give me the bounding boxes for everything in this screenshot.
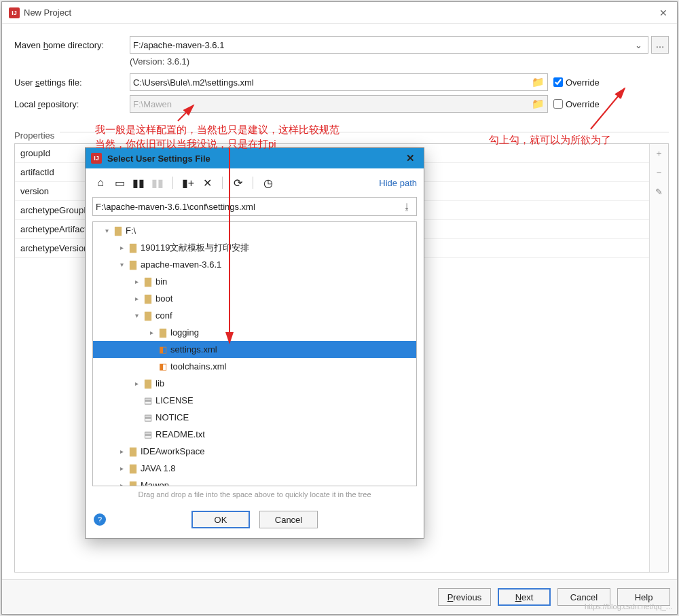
tree-node[interactable]: ▤LICENSE — [93, 392, 416, 409]
property-key: archetypeVersion — [15, 243, 90, 253]
tree-node-label: LICENSE — [154, 395, 194, 405]
folder-icon: ▇ — [142, 293, 154, 304]
local-repo-input — [133, 99, 532, 109]
folder-icon[interactable]: 📁 — [532, 98, 545, 110]
properties-toolbar: ＋ − ✎ — [649, 144, 668, 572]
tree-node[interactable]: ▾▇F:\ — [93, 222, 416, 239]
tree-node[interactable]: ▸▇bin — [93, 273, 416, 290]
add-icon[interactable]: ＋ — [650, 144, 669, 163]
help-icon[interactable]: ? — [94, 513, 106, 526]
tree-node[interactable]: ▤NOTICE — [93, 409, 416, 426]
chevron-icon[interactable]: ▸ — [116, 482, 127, 486]
history-icon[interactable]: ⭳ — [400, 202, 414, 212]
divider — [60, 132, 669, 132]
refresh-icon[interactable]: ⟳ — [230, 175, 246, 191]
dialog-buttons: ? OK Cancel — [86, 505, 424, 538]
path-input[interactable] — [96, 202, 400, 212]
bottom-button-bar: Previous Next Cancel Help — [2, 579, 677, 614]
dialog-close-icon[interactable]: ✕ — [402, 152, 418, 164]
window-title: New Project — [24, 7, 653, 18]
chevron-icon[interactable]: ▾ — [101, 227, 112, 234]
tree-node[interactable]: ▾▇apache-maven-3.6.1 — [93, 256, 416, 273]
local-repo-label: Local repository: — [14, 99, 130, 109]
folder-icon: ▇ — [157, 327, 169, 338]
property-key: archetypeGroupId — [15, 205, 90, 215]
maven-home-input[interactable] — [133, 40, 632, 50]
chevron-icon[interactable]: ▸ — [131, 295, 142, 302]
previous-button[interactable]: Previous — [438, 588, 491, 606]
dropdown-icon[interactable]: ⌄ — [632, 40, 645, 50]
tree-node[interactable]: ▤README.txt — [93, 426, 416, 443]
dialog-toolbar: ⌂ ▭ ▮▮ ▮▮ ▮+ ✕ ⟳ ◷ Hide path — [86, 168, 424, 197]
property-key: archetypeArtifactId — [15, 224, 90, 234]
file-icon: ▤ — [142, 412, 154, 422]
tree-node-label: conf — [154, 310, 172, 321]
xml-icon: ◧ — [157, 344, 169, 355]
new-folder-icon[interactable]: ▮+ — [180, 175, 196, 191]
folder-icon: ▇ — [127, 242, 139, 253]
tree-node[interactable]: ▸▇lib — [93, 375, 416, 392]
user-settings-label: User settings file: — [14, 77, 130, 88]
folder-icon: ▇ — [142, 276, 154, 287]
tree-node-label: NOTICE — [154, 412, 189, 422]
tree-node[interactable]: ▾▇conf — [93, 307, 416, 324]
chevron-icon[interactable]: ▸ — [131, 380, 142, 387]
remove-icon[interactable]: − — [650, 163, 669, 182]
tree-node[interactable]: ▸▇boot — [93, 290, 416, 307]
browse-maven-button[interactable]: … — [651, 36, 669, 54]
property-key: artifactId — [15, 167, 90, 177]
folder-icon: ▇ — [112, 225, 124, 236]
chevron-icon[interactable]: ▸ — [146, 329, 157, 336]
tree-node-label: logging — [169, 327, 199, 338]
tree-node[interactable]: ▸▇JAVA 1.8 — [93, 460, 416, 477]
select-file-dialog: IJ Select User Settings File ✕ ⌂ ▭ ▮▮ ▮▮… — [85, 147, 424, 539]
chevron-icon[interactable]: ▸ — [131, 278, 142, 285]
tree-node[interactable]: ◧toolchains.xml — [93, 358, 416, 375]
override-settings[interactable]: Override — [553, 77, 669, 88]
hide-path-link[interactable]: Hide path — [379, 178, 417, 188]
user-settings-input[interactable] — [133, 77, 532, 88]
folder-icon: ▇ — [127, 446, 139, 456]
dialog-cancel-button[interactable]: Cancel — [259, 511, 318, 528]
watermark: https://blog.csdn.net/qq_... — [585, 602, 672, 611]
edit-icon[interactable]: ✎ — [650, 182, 669, 201]
file-tree[interactable]: ▾▇F:\▸▇190119文献模板与打印安排▾▇apache-maven-3.6… — [92, 221, 417, 486]
chevron-icon[interactable]: ▸ — [116, 465, 127, 472]
tree-node-label: boot — [154, 293, 172, 304]
maven-home-field[interactable]: ⌄ — [130, 36, 648, 54]
chevron-icon[interactable]: ▾ — [116, 261, 127, 268]
tree-node[interactable]: ▸▇Mawen — [93, 477, 416, 486]
tree-node[interactable]: ▸▇logging — [93, 324, 416, 341]
local-repo-field: 📁 — [130, 95, 548, 113]
tree-node[interactable]: ▸▇190119文献模板与打印安排 — [93, 239, 416, 256]
project-icon[interactable]: ▮▮ — [130, 175, 147, 191]
folder-icon[interactable]: 📁 — [532, 76, 545, 88]
show-hidden-icon[interactable]: ◷ — [260, 175, 276, 191]
maven-home-label: Maven home directory: — [14, 40, 130, 50]
chevron-icon[interactable]: ▸ — [116, 244, 127, 251]
next-button[interactable]: Next — [498, 588, 551, 606]
user-settings-field[interactable]: 📁 — [130, 73, 548, 91]
file-icon: ▤ — [142, 429, 154, 439]
close-icon[interactable]: ✕ — [653, 7, 674, 18]
override-repo-checkbox[interactable] — [553, 99, 563, 109]
module-icon[interactable]: ▮▮ — [149, 175, 166, 191]
chevron-icon[interactable]: ▸ — [116, 448, 127, 455]
file-icon: ▤ — [142, 395, 154, 405]
ok-button[interactable]: OK — [191, 511, 250, 528]
desktop-icon[interactable]: ▭ — [111, 175, 128, 191]
properties-label: Properties — [14, 130, 54, 141]
path-field[interactable]: ⭳ — [92, 197, 417, 216]
xml-icon: ◧ — [157, 361, 169, 372]
override-repo[interactable]: Override — [553, 99, 669, 109]
tree-node-label: toolchains.xml — [169, 361, 226, 372]
tree-node-label: bin — [154, 276, 167, 287]
delete-icon[interactable]: ✕ — [199, 175, 215, 191]
tree-node[interactable]: ◧settings.xml — [93, 341, 416, 358]
dialog-hint: Drag and drop a file into the space abov… — [86, 486, 424, 505]
chevron-icon[interactable]: ▾ — [131, 312, 142, 319]
intellij-icon: IJ — [9, 7, 20, 18]
tree-node[interactable]: ▸▇IDEAworkSpace — [93, 443, 416, 460]
home-icon[interactable]: ⌂ — [92, 175, 109, 191]
override-settings-checkbox[interactable] — [553, 77, 563, 87]
